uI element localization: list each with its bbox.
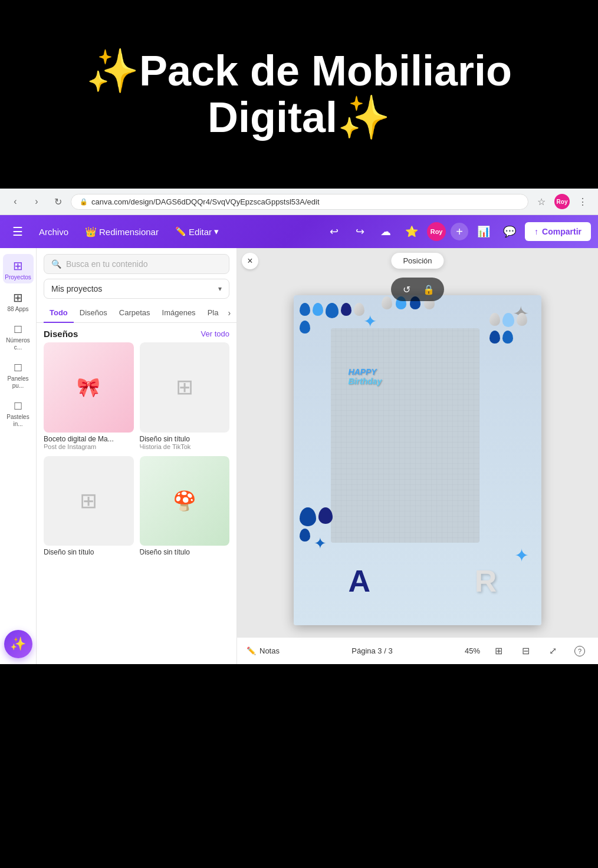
apps-icon: ⊞ xyxy=(13,291,23,305)
numeros-icon: □ xyxy=(14,322,21,336)
apps-label: 88 Apps xyxy=(7,306,28,313)
design-thumb-4: 🍄 xyxy=(140,456,230,546)
tab-carpetas[interactable]: Carpetas xyxy=(113,303,156,323)
hero-title: ✨Pack de Mobiliario Digital✨ xyxy=(0,48,598,141)
editor-area: ⊞ Proyectos ⊞ 88 Apps □ Números c... □ P… xyxy=(0,248,598,664)
archivo-button[interactable]: Archivo xyxy=(33,223,74,240)
reload-button[interactable]: ↻ xyxy=(50,193,66,210)
sparkle-wall xyxy=(331,328,479,543)
dropdown-label: Mis proyectos xyxy=(51,284,102,293)
design-card-3[interactable]: ⊞ Diseño sin título xyxy=(44,456,134,557)
tabs-row: Todo Diseños Carpetas Imágenes Pla › xyxy=(37,303,236,323)
forward-button[interactable]: › xyxy=(28,193,45,210)
design-card-1[interactable]: 🎀 Boceto digital de Ma... Post de Instag… xyxy=(44,342,134,450)
fullscreen-button[interactable]: ⤢ xyxy=(544,642,561,660)
happy-birthday-text: HAPPY Birthday xyxy=(348,368,382,386)
content-panel: 🔍 Busca en tu contenido Mis proyectos ▾ … xyxy=(37,248,237,664)
browser-avatar: Roy xyxy=(554,194,570,209)
star-button[interactable]: ⭐ xyxy=(401,221,422,242)
design-thumb-3: ⊞ xyxy=(44,456,134,546)
grid-icon-2: ⊞ xyxy=(80,489,97,513)
design-name-2: Diseño sin título xyxy=(140,435,230,443)
canvas-close-button[interactable]: × xyxy=(242,253,258,269)
search-icon: 🔍 xyxy=(51,259,61,269)
add-button[interactable]: + xyxy=(451,223,468,240)
proyectos-icon: ⊞ xyxy=(13,259,23,273)
design-type-1: Post de Instagram xyxy=(44,443,134,450)
star-deco-br: ✦ xyxy=(514,545,529,566)
hamburger-icon: ☰ xyxy=(12,225,23,239)
design-name-1: Boceto digital de Ma... xyxy=(44,435,134,443)
share-icon: ↑ xyxy=(534,227,538,236)
designs-section-header: Diseños Ver todo xyxy=(37,323,236,342)
user-avatar[interactable]: Roy xyxy=(427,222,446,241)
chart-button[interactable]: 📊 xyxy=(473,221,494,242)
notes-button[interactable]: ✏️ Notas xyxy=(247,646,280,655)
tab-pla[interactable]: Pla xyxy=(202,303,225,323)
comment-button[interactable]: 💬 xyxy=(499,221,520,242)
canvas-float-controls: ↺ 🔒 xyxy=(391,278,444,301)
help-button[interactable]: ? xyxy=(571,642,589,660)
design-type-2: Historia de TikTok xyxy=(140,443,230,450)
zoom-info[interactable]: 45% xyxy=(465,646,480,655)
crown-icon: 👑 xyxy=(85,226,97,237)
pages-button[interactable]: ⊟ xyxy=(517,642,534,660)
notes-icon: ✏️ xyxy=(247,646,256,655)
redo-button[interactable]: ↪ xyxy=(349,221,370,242)
sidebar-item-pasteles[interactable]: □ Pasteles in... xyxy=(3,394,34,430)
sidebar-icons: ⊞ Proyectos ⊞ 88 Apps □ Números c... □ P… xyxy=(0,248,37,664)
canvas-design[interactable]: ✦ ✦ HAPPY Birthday xyxy=(237,248,598,637)
redimensionar-button[interactable]: 👑 Redimensionar xyxy=(79,223,165,241)
star-deco-bl: ✦ xyxy=(314,534,327,553)
ver-todo-link[interactable]: Ver todo xyxy=(201,329,229,338)
designs-section-title: Diseños xyxy=(44,329,78,339)
chevron-down-icon: ▾ xyxy=(214,226,219,237)
design-name-3: Diseño sin título xyxy=(44,548,134,556)
design-thumb-2: ⊞ xyxy=(140,342,230,433)
browser-chrome: ‹ › ↻ 🔒 canva.com/design/DAGS6dDQQr4/Svq… xyxy=(0,189,598,215)
pencil-icon: ✏️ xyxy=(175,226,186,237)
undo-button[interactable]: ↩ xyxy=(323,221,344,242)
back-button[interactable]: ‹ xyxy=(7,193,24,210)
browser-menu-button[interactable]: ⋮ xyxy=(574,193,591,210)
lock-button[interactable]: 🔒 xyxy=(420,281,437,298)
bottom-black-area xyxy=(0,664,598,868)
tabs-more-button[interactable]: › xyxy=(224,303,234,322)
hamburger-menu-button[interactable]: ☰ xyxy=(7,221,28,242)
canvas-area: × Posición ↺ 🔒 xyxy=(237,248,598,664)
address-bar[interactable]: 🔒 canva.com/design/DAGS6dDQQr4/SvqVQyEpz… xyxy=(71,194,528,210)
sidebar-item-paneles[interactable]: □ Paneles pu... xyxy=(3,356,34,392)
cloud-button[interactable]: ☁ xyxy=(375,221,396,242)
design-grid: 🎀 Boceto digital de Ma... Post de Instag… xyxy=(37,342,236,556)
lock-icon: 🔒 xyxy=(80,198,88,206)
grid-view-button[interactable]: ⊞ xyxy=(489,642,507,660)
chevron-down-icon: ▾ xyxy=(218,285,222,293)
canvas-status-bar: ✏️ Notas Página 3 / 3 45% ⊞ ⊟ ⤢ ? xyxy=(237,637,598,664)
url-text: canva.com/design/DAGS6dDQQr4/SvqVQyEpzsc… xyxy=(91,197,520,206)
design-name-4: Diseño sin título xyxy=(140,548,230,556)
design-card-2[interactable]: ⊞ Diseño sin título Historia de TikTok xyxy=(140,342,230,450)
projects-dropdown[interactable]: Mis proyectos ▾ xyxy=(44,279,229,299)
design-card-4[interactable]: 🍄 Diseño sin título xyxy=(140,456,230,557)
balloon-cluster-right xyxy=(488,312,541,345)
editar-button[interactable]: ✏️ Editar ▾ xyxy=(169,223,225,240)
tab-todo[interactable]: Todo xyxy=(44,303,74,323)
tab-imagenes[interactable]: Imágenes xyxy=(156,303,202,323)
share-button[interactable]: ↑ Compartir xyxy=(525,222,591,241)
design-thumb-1: 🎀 xyxy=(44,342,134,433)
sidebar-item-apps[interactable]: ⊞ 88 Apps xyxy=(3,286,34,315)
sidebar-item-numeros[interactable]: □ Números c... xyxy=(3,318,34,354)
design-background: ✦ ✦ HAPPY Birthday xyxy=(294,295,541,625)
paneles-icon: □ xyxy=(14,361,21,374)
letter-a: A xyxy=(348,563,370,599)
magic-button[interactable]: ✨ xyxy=(4,630,32,658)
sidebar-item-proyectos[interactable]: ⊞ Proyectos xyxy=(3,254,34,283)
page-info: Página 3 / 3 xyxy=(289,646,455,655)
design-preview: ✦ ✦ HAPPY Birthday xyxy=(294,295,541,625)
grid-icon: ⊞ xyxy=(176,375,193,400)
tab-disenos[interactable]: Diseños xyxy=(74,303,113,323)
search-bar[interactable]: 🔍 Busca en tu contenido xyxy=(44,254,229,274)
bookmark-button[interactable]: ☆ xyxy=(533,193,550,210)
refresh-button[interactable]: ↺ xyxy=(398,281,415,298)
hero-banner: ✨Pack de Mobiliario Digital✨ xyxy=(0,0,598,189)
